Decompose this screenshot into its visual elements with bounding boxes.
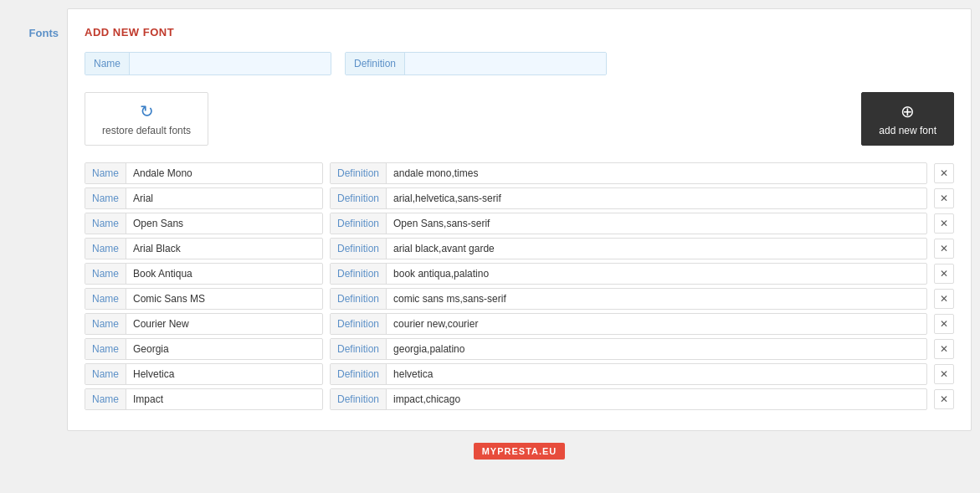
font-definition-value: georgia,palatino: [387, 339, 926, 359]
font-name-label: Name: [85, 163, 126, 183]
card-title: ADD NEW FONT: [85, 26, 954, 39]
font-definition-value: andale mono,times: [387, 163, 926, 183]
font-definition-cell: Definition courier new,courier: [330, 313, 927, 335]
font-name-value: Georgia: [126, 339, 322, 359]
font-name-value: Impact: [126, 389, 322, 409]
font-definition-label: Definition: [331, 364, 387, 384]
font-name-cell: Name Comic Sans MS: [85, 288, 323, 310]
font-name-cell: Name Arial Black: [85, 238, 323, 259]
font-definition-label: Definition: [331, 213, 387, 234]
definition-field-label: Definition: [346, 53, 405, 74]
font-name-label: Name: [85, 188, 126, 208]
delete-font-button[interactable]: ✕: [934, 163, 954, 183]
font-definition-label: Definition: [331, 188, 387, 208]
font-definition-label: Definition: [331, 289, 387, 309]
delete-font-button[interactable]: ✕: [934, 213, 954, 234]
font-name-cell: Name Georgia: [85, 338, 323, 360]
font-row: Name Arial Black Definition arial black,…: [85, 238, 954, 259]
plus-icon: ⊕: [900, 101, 915, 121]
font-definition-cell: Definition comic sans ms,sans-serif: [330, 288, 927, 310]
font-name-value: Courier New: [126, 314, 322, 334]
restore-default-fonts-button[interactable]: ↻ restore default fonts: [85, 92, 208, 146]
font-definition-value: arial,helvetica,sans-serif: [387, 188, 926, 208]
font-name-cell: Name Arial: [85, 187, 323, 209]
fonts-list: Name Andale Mono Definition andale mono,…: [85, 162, 954, 410]
font-name-label: Name: [85, 364, 126, 384]
main-card: ADD NEW FONT Name Definition ↻ restore d…: [67, 8, 972, 431]
font-row: Name Arial Definition arial,helvetica,sa…: [85, 187, 954, 209]
font-definition-cell: Definition Open Sans,sans-serif: [330, 213, 927, 234]
name-field-label: Name: [85, 53, 130, 74]
font-name-label: Name: [85, 213, 126, 234]
font-definition-label: Definition: [331, 389, 387, 409]
font-definition-label: Definition: [331, 163, 387, 183]
delete-font-button[interactable]: ✕: [934, 239, 954, 259]
name-input[interactable]: [130, 53, 331, 74]
font-name-cell: Name Andale Mono: [85, 162, 323, 184]
font-definition-label: Definition: [331, 314, 387, 334]
font-name-label: Name: [85, 339, 126, 359]
font-definition-label: Definition: [331, 264, 387, 284]
font-name-cell: Name Helvetica: [85, 363, 323, 385]
font-name-value: Andale Mono: [126, 163, 322, 183]
delete-font-button[interactable]: ✕: [934, 188, 954, 208]
font-definition-cell: Definition arial black,avant garde: [330, 238, 927, 259]
footer-badge-text: MYPRESTA.EU: [474, 443, 566, 460]
font-name-label: Name: [85, 289, 126, 309]
font-name-value: Comic Sans MS: [126, 289, 322, 309]
main-content: ADD NEW FONT Name Definition ↻ restore d…: [67, 0, 980, 493]
restore-label: restore default fonts: [102, 125, 191, 136]
font-name-cell: Name Open Sans: [85, 213, 323, 234]
sidebar-fonts-label: Fonts: [29, 27, 59, 39]
font-name-value: Arial: [126, 188, 322, 208]
delete-font-button[interactable]: ✕: [934, 339, 954, 359]
definition-input[interactable]: [405, 53, 606, 74]
font-row: Name Georgia Definition georgia,palatino…: [85, 338, 954, 360]
font-definition-label: Definition: [331, 239, 387, 259]
font-name-value: Book Antiqua: [126, 264, 322, 284]
sidebar: Fonts: [0, 0, 67, 493]
font-name-cell: Name Courier New: [85, 313, 323, 335]
font-name-label: Name: [85, 239, 126, 259]
font-definition-value: comic sans ms,sans-serif: [387, 289, 926, 309]
refresh-icon: ↻: [140, 101, 154, 121]
font-definition-cell: Definition arial,helvetica,sans-serif: [330, 187, 927, 209]
delete-font-button[interactable]: ✕: [934, 264, 954, 284]
add-font-form: Name Definition: [85, 52, 954, 75]
font-row: Name Open Sans Definition Open Sans,sans…: [85, 213, 954, 234]
font-name-value: Helvetica: [126, 364, 322, 384]
font-definition-value: arial black,avant garde: [387, 239, 926, 259]
font-row: Name Comic Sans MS Definition comic sans…: [85, 288, 954, 310]
delete-font-button[interactable]: ✕: [934, 389, 954, 409]
actions-row: ↻ restore default fonts ⊕ add new font: [85, 92, 954, 146]
delete-font-button[interactable]: ✕: [934, 289, 954, 309]
font-row: Name Impact Definition impact,chicago ✕: [85, 388, 954, 410]
footer-badge: MYPRESTA.EU: [67, 444, 972, 457]
font-definition-cell: Definition impact,chicago: [330, 388, 927, 410]
font-name-value: Open Sans: [126, 213, 322, 234]
delete-font-button[interactable]: ✕: [934, 314, 954, 334]
font-definition-cell: Definition book antiqua,palatino: [330, 263, 927, 285]
page-wrapper: Fonts ADD NEW FONT Name Definition ↻ re: [0, 0, 980, 493]
add-new-font-button[interactable]: ⊕ add new font: [861, 92, 954, 146]
font-row: Name Andale Mono Definition andale mono,…: [85, 162, 954, 184]
font-row: Name Helvetica Definition helvetica ✕: [85, 363, 954, 385]
font-name-label: Name: [85, 389, 126, 409]
name-field-wrapper: Name: [85, 52, 331, 75]
font-row: Name Courier New Definition courier new,…: [85, 313, 954, 335]
font-definition-cell: Definition georgia,palatino: [330, 338, 927, 360]
font-definition-value: impact,chicago: [387, 389, 926, 409]
font-name-label: Name: [85, 314, 126, 334]
add-new-label: add new font: [879, 125, 936, 136]
font-name-cell: Name Book Antiqua: [85, 263, 323, 285]
font-definition-cell: Definition andale mono,times: [330, 162, 927, 184]
font-name-cell: Name Impact: [85, 388, 323, 410]
font-definition-value: book antiqua,palatino: [387, 264, 926, 284]
font-definition-cell: Definition helvetica: [330, 363, 927, 385]
delete-font-button[interactable]: ✕: [934, 364, 954, 384]
font-definition-value: courier new,courier: [387, 314, 926, 334]
font-definition-value: Open Sans,sans-serif: [387, 213, 926, 234]
font-definition-value: helvetica: [387, 364, 926, 384]
font-name-label: Name: [85, 264, 126, 284]
font-definition-label: Definition: [331, 339, 387, 359]
